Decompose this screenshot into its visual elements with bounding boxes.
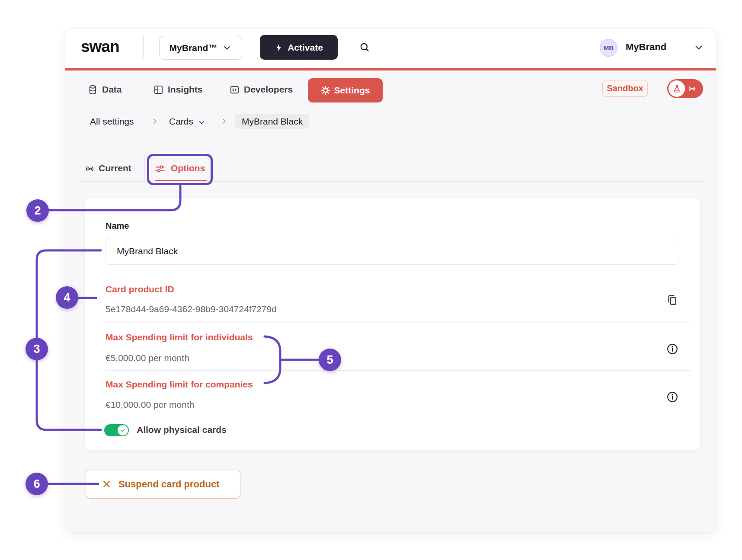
tabs-bottom-divider [79,181,704,182]
row-divider [106,370,691,371]
annotation-badge-5: 5 [319,349,341,371]
breadcrumb-current-page: MyBrand Black [235,114,309,129]
annotation-badge-2: 2 [26,199,49,222]
info-icon[interactable] [666,390,679,403]
name-field-label: Name [106,221,129,231]
nav-item-developers[interactable]: Developers [230,83,293,96]
search-icon[interactable] [359,41,371,53]
activate-label: Activate [288,42,323,53]
swan-logo: swan [81,38,119,56]
max-spending-individuals-label: Max Spending limit for individuals [106,332,253,342]
account-menu-chevron-down-icon[interactable] [693,42,704,53]
nav-label: Settings [334,85,370,96]
allow-physical-cards-label: Allow physical cards [137,425,227,435]
name-input[interactable] [105,238,679,265]
live-signal-icon [85,164,95,174]
card-product-id-value: 5e178d44-9a69-4362-98b9-304724f7279d [106,304,277,314]
info-icon[interactable] [666,342,679,355]
insights-icon [154,85,163,95]
nav-item-settings[interactable]: Settings [308,78,383,102]
sandbox-label: Sandbox [607,83,643,93]
nav-label: Developers [244,84,293,95]
flask-icon [668,80,685,97]
row-divider [106,322,691,323]
annotation-badge-6: 6 [26,473,48,495]
page: swan MyBrand™ Activate MB MyBrand [0,0,742,560]
tab-current[interactable]: Current [99,163,131,173]
live-signal-icon [688,84,696,93]
environment-toggle[interactable] [667,79,703,98]
allow-physical-cards-toggle[interactable] [104,424,129,436]
lightning-icon [275,43,283,52]
avatar-initials: MB [604,44,614,51]
nav-label: Data [102,84,122,95]
card-product-options-panel: Name Card product ID 5e178d44-9a69-4362-… [85,198,700,450]
max-spending-companies-value: €10,000.00 per month [106,400,195,410]
app-window: swan MyBrand™ Activate MB MyBrand [65,28,716,533]
code-window-icon [230,85,240,95]
sandbox-badge: Sandbox [602,80,648,97]
toggle-check-icon [118,425,128,435]
header: swan MyBrand™ Activate MB MyBrand [65,29,716,68]
breadcrumb-current-label: MyBrand Black [242,116,303,127]
workspace-selector[interactable]: MyBrand™ [159,36,242,60]
tab-divider [144,154,145,180]
nav-label: Insights [168,84,203,95]
card-product-id-label: Card product ID [106,284,174,294]
annotation-badge-4: 4 [56,286,78,309]
main-nav: Data Insights Developers Settings [65,70,716,109]
activate-button[interactable]: Activate [260,35,338,60]
gear-icon [321,86,330,95]
chevron-down-icon [222,43,232,53]
suspend-card-product-button[interactable]: Suspend card product [86,470,240,499]
chevron-right-icon [220,117,228,125]
breadcrumb-all-settings[interactable]: All settings [90,116,134,127]
nav-item-insights[interactable]: Insights [154,83,203,96]
tab-options[interactable]: Options [171,163,205,173]
header-divider [143,35,144,58]
nav-item-data[interactable]: Data [88,83,122,96]
chevron-right-icon [151,117,159,125]
max-spending-individuals-value: €5,000.00 per month [106,353,189,363]
account-name: MyBrand [626,42,666,53]
max-spending-companies-label: Max Spending limit for companies [106,379,253,390]
chevron-down-icon[interactable] [198,118,206,127]
suspend-label: Suspend card product [118,479,219,490]
workspace-label: MyBrand™ [170,43,217,53]
sliders-icon [155,163,166,174]
avatar[interactable]: MB [600,39,617,57]
close-icon [102,479,112,489]
database-icon [88,85,98,95]
copy-icon[interactable] [666,293,679,306]
annotation-badge-3: 3 [26,338,48,360]
breadcrumb-cards[interactable]: Cards [169,116,193,127]
